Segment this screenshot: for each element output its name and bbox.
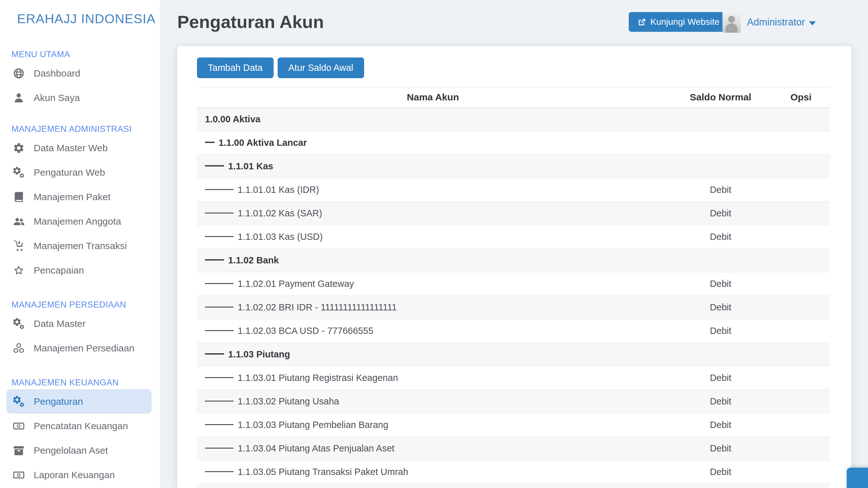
table-row: 1.1.03.05 Piutang Transaksi Paket UmrahD… (197, 460, 830, 484)
account-name: 1.1.01.02 Kas (SAR) (238, 208, 322, 218)
accounts-table: Nama Akun Saldo Normal Opsi 1.0.00 Aktiv… (197, 87, 830, 488)
sidebar-item-pencatatan-keuangan[interactable]: Pencatatan Keuangan (6, 414, 152, 438)
table-row: 1.1.02 Bank (197, 249, 830, 272)
sidebar-item-data-master[interactable]: Data Master (6, 311, 152, 336)
start-chat-button[interactable]: Mulai Chat (847, 468, 868, 488)
tree-depth-dash (205, 424, 234, 425)
book-icon (11, 191, 26, 203)
set-opening-balance-button[interactable]: Atur Saldo Awal (278, 58, 364, 78)
content-card: Tambah Data Atur Saldo Awal Nama Akun Sa… (177, 46, 851, 488)
saldo-normal-cell: Debit (669, 319, 772, 343)
sidebar-item-label: Laporan Keuangan (34, 469, 115, 480)
account-name: 1.1.01.03 Kas (USD) (238, 232, 323, 242)
users-icon (11, 215, 26, 228)
visit-website-label: Kunjungi Website (650, 17, 719, 27)
account-name-cell: 1.1.03.05 Piutang Transaksi Paket Umrah (197, 460, 669, 484)
account-name-cell: 1.1.02.02 BRI IDR - 11111111111111111 (197, 296, 669, 319)
sidebar-item-akun-saya[interactable]: Akun Saya (6, 86, 152, 110)
avatar[interactable] (722, 12, 741, 33)
tree-depth-dash (205, 377, 234, 378)
account-name-cell: 1.1.00 Aktiva Lancar (197, 131, 669, 155)
sidebar-item-pengaturan-web[interactable]: Pengaturan Web (6, 160, 152, 185)
account-name: 1.1.03 Piutang (228, 349, 290, 359)
sidebar-item-manajemen-persediaan[interactable]: Manajemen Persediaan (6, 336, 152, 360)
opsi-cell (772, 413, 830, 437)
cubes-icon (11, 342, 26, 355)
saldo-normal-cell (669, 108, 772, 131)
tree-depth-dash (205, 236, 234, 237)
sidebar-item-laporan-keuangan[interactable]: Laporan Keuangan (6, 463, 152, 487)
gear-icon (11, 142, 26, 154)
account-name: 1.1.02.02 BRI IDR - 11111111111111111 (238, 302, 397, 312)
table-row: 1.1.03.02 Piutang UsahaDebit (197, 390, 830, 413)
account-name-cell: 1.1.03.04 Piutang Atas Penjualan Aset (197, 437, 669, 460)
table-row-partial (197, 484, 830, 488)
saldo-normal-cell: Debit (669, 272, 772, 296)
nav-section-label: MANAJEMEN PERSEDIAAN (6, 298, 152, 311)
sidebar-nav: MENU UTAMADashboardAkun SayaMANAJEMEN AD… (0, 37, 160, 487)
saldo-normal-cell: Debit (669, 225, 772, 249)
saldo-normal-cell (669, 155, 772, 178)
sidebar-item-manajemen-paket[interactable]: Manajemen Paket (6, 185, 152, 209)
gears-icon (11, 395, 26, 408)
tree-depth-dash (205, 142, 214, 143)
visit-website-button[interactable]: Kunjungi Website (629, 12, 728, 32)
sidebar-item-label: Manajemen Persediaan (34, 343, 134, 354)
column-header-opsi: Opsi (772, 87, 830, 108)
account-name-cell: 1.1.01.03 Kas (USD) (197, 225, 669, 249)
saldo-normal-cell: Debit (669, 296, 772, 319)
account-name-cell: 1.1.03.01 Piutang Registrasi Keagenan (197, 366, 669, 390)
sidebar-item-manajemen-anggota[interactable]: Manajemen Anggota (6, 209, 152, 234)
table-row: 1.1.03.04 Piutang Atas Penjualan AsetDeb… (197, 437, 830, 460)
saldo-normal-cell (669, 131, 772, 155)
opsi-cell (772, 460, 830, 484)
account-name-cell: 1.1.02.01 Payment Gateway (197, 272, 669, 296)
money-icon (11, 420, 26, 432)
account-name: 1.1.01 Kas (228, 161, 273, 171)
sidebar-item-label: Akun Saya (34, 92, 80, 103)
account-name: 1.1.03.01 Piutang Registrasi Keagenan (238, 373, 398, 383)
globe-icon (11, 67, 26, 80)
sidebar-item-dashboard[interactable]: Dashboard (6, 61, 152, 86)
sidebar-item-pencapaian[interactable]: Pencapaian (6, 258, 152, 282)
saldo-normal-cell: Debit (669, 178, 772, 202)
sidebar-item-pengaturan[interactable]: Pengaturan (6, 389, 152, 414)
sidebar-item-label: Pencatatan Keuangan (34, 421, 128, 431)
gears-icon (11, 166, 26, 179)
user-icon (11, 92, 26, 104)
sidebar: ERAHAJJ INDONESIA MENU UTAMADashboardAku… (0, 0, 160, 488)
user-menu[interactable]: Administrator (747, 13, 816, 32)
account-name-cell: 1.1.03.03 Piutang Pembelian Barang (197, 413, 669, 437)
table-row: 1.1.01 Kas (197, 155, 830, 178)
opsi-cell (772, 249, 830, 272)
sidebar-item-label: Pengaturan (34, 396, 83, 407)
account-name-cell: 1.1.01.01 Kas (IDR) (197, 178, 669, 202)
account-name-cell: 1.1.03.02 Piutang Usaha (197, 390, 669, 413)
table-row: 1.0.00 Aktiva (197, 108, 830, 131)
sidebar-item-data-master-web[interactable]: Data Master Web (6, 136, 152, 160)
archive-icon (11, 444, 26, 457)
sidebar-item-label: Pengelolaan Aset (34, 445, 108, 456)
opsi-cell (772, 366, 830, 390)
saldo-normal-cell: Debit (669, 413, 772, 437)
saldo-normal-cell (669, 343, 772, 366)
tree-depth-dash (205, 259, 224, 261)
sidebar-item-label: Data Master Web (34, 143, 108, 153)
sidebar-item-manajemen-transaksi[interactable]: Manajemen Transaksi (6, 234, 152, 258)
account-name: 1.0.00 Aktiva (205, 114, 260, 124)
table-row: 1.1.03.03 Piutang Pembelian BarangDebit (197, 413, 830, 437)
saldo-normal-cell: Debit (669, 366, 772, 390)
opsi-cell (772, 319, 830, 343)
table-row: 1.1.01.03 Kas (USD)Debit (197, 225, 830, 249)
account-name-cell: 1.1.01.02 Kas (SAR) (197, 202, 669, 225)
add-data-button[interactable]: Tambah Data (197, 58, 274, 78)
money-icon (11, 468, 26, 481)
opsi-cell (772, 108, 830, 131)
sidebar-item-pengelolaan-aset[interactable]: Pengelolaan Aset (6, 438, 152, 463)
opsi-cell (772, 437, 830, 460)
table-row: 1.1.00 Aktiva Lancar (197, 131, 830, 155)
brand-logo[interactable]: ERAHAJJ INDONESIA (0, 0, 160, 37)
account-name: 1.1.03.04 Piutang Atas Penjualan Aset (238, 443, 394, 453)
star-icon (11, 264, 26, 277)
saldo-normal-cell: Debit (669, 460, 772, 484)
